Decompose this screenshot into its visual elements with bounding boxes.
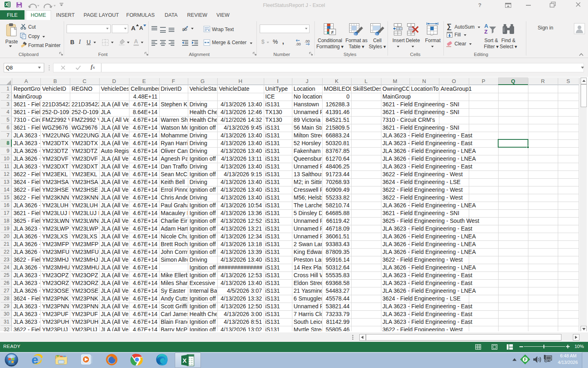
svg-text:Z: Z xyxy=(484,29,488,35)
svg-text:A: A xyxy=(484,23,488,29)
svg-text:ab: ab xyxy=(182,27,187,31)
svg-text:X: X xyxy=(183,357,187,364)
svg-text:.00: .00 xyxy=(296,42,301,46)
svg-text:≠: ≠ xyxy=(331,29,334,35)
svg-text:F: F xyxy=(524,357,527,362)
svg-text:.00: .00 xyxy=(305,39,310,43)
